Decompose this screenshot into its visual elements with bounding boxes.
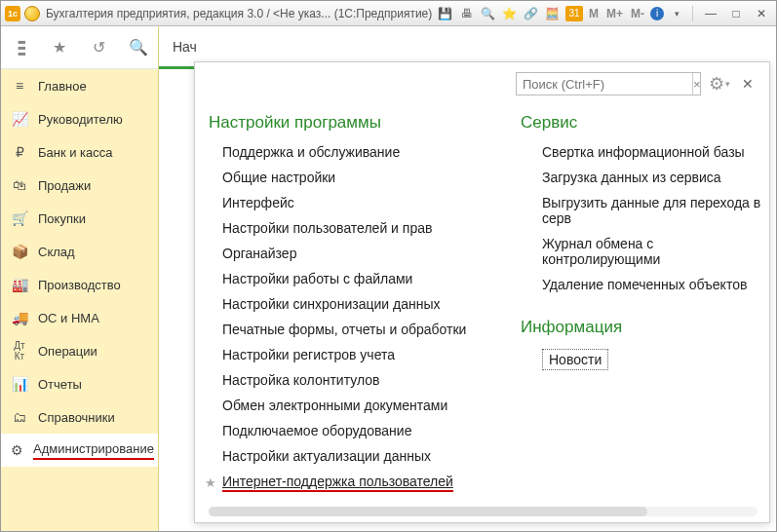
- factory-icon: 🏭: [11, 277, 28, 292]
- info-icon[interactable]: i: [650, 7, 664, 20]
- minimize-button[interactable]: —: [700, 7, 721, 20]
- sidebar-item-label: Справочники: [38, 410, 115, 425]
- menu-icon: ≡: [11, 78, 28, 94]
- preview-icon[interactable]: 🔍: [480, 6, 497, 21]
- section-title-info: Информация: [521, 318, 769, 337]
- sidebar-item-bank[interactable]: ₽ Банк и касса: [1, 135, 158, 169]
- sidebar-item-label: Продажи: [38, 178, 91, 193]
- save-icon[interactable]: 💾: [437, 6, 454, 21]
- sidebar-item-warehouse[interactable]: 📦 Склад: [1, 235, 158, 268]
- link-general[interactable]: Общие настройки: [222, 170, 511, 185]
- panel-header: × ⚙▾ ✕: [195, 62, 769, 105]
- link-internet-support[interactable]: ★ Интернет-поддержка пользователей: [222, 474, 511, 492]
- maximize-button[interactable]: □: [725, 7, 747, 20]
- link-exchange-log[interactable]: Журнал обмена с контролирующими: [542, 236, 769, 267]
- info-dropdown-icon[interactable]: ▾: [668, 6, 685, 21]
- link-files[interactable]: Настройки работы с файлами: [222, 271, 511, 286]
- link-sync[interactable]: Настройки синхронизации данных: [222, 296, 511, 312]
- app-icon: 1c: [5, 6, 20, 21]
- sidebar-item-main[interactable]: ≡ Главное: [1, 69, 158, 102]
- link-support[interactable]: Поддержка и обслуживание: [222, 144, 511, 160]
- sidebar-item-label: Главное: [38, 79, 87, 94]
- sidebar-item-label: Отчеты: [38, 377, 82, 392]
- sidebar-item-sales[interactable]: 🛍 Продажи: [1, 169, 158, 202]
- trend-icon: 📈: [11, 111, 28, 127]
- link-registers[interactable]: Настройки регистров учета: [222, 347, 511, 362]
- bag-icon: 🛍: [11, 177, 28, 193]
- ruble-icon: ₽: [11, 144, 28, 160]
- horizontal-scrollbar[interactable]: [209, 507, 758, 516]
- sidebar-item-reports[interactable]: 📊 Отчеты: [1, 367, 158, 400]
- memory-mplus[interactable]: M+: [604, 7, 625, 20]
- orb-icon[interactable]: [24, 6, 40, 21]
- cart-icon: 🛒: [11, 210, 28, 226]
- link-equipment[interactable]: Подключаемое оборудование: [222, 423, 511, 438]
- print-icon[interactable]: 🖶: [458, 6, 476, 21]
- link-export-data[interactable]: Выгрузить данные для перехода в серв: [542, 195, 769, 226]
- scrollbar-thumb[interactable]: [209, 507, 647, 516]
- panel-close-button[interactable]: ✕: [738, 76, 758, 92]
- window-title: Бухгалтерия предприятия, редакция 3.0 / …: [46, 7, 432, 20]
- sidebar-item-assets[interactable]: 🚚 ОС и НМА: [1, 301, 158, 334]
- section-title-settings: Настройки программы: [209, 113, 511, 133]
- search-clear-button[interactable]: ×: [692, 73, 701, 95]
- sidebar-item-label: Руководителю: [38, 112, 123, 127]
- link-delete-marked[interactable]: Удаление помеченных объектов: [542, 277, 769, 292]
- sidebar-item-operations[interactable]: ДтКт Операции: [1, 334, 158, 367]
- report-icon: 📊: [11, 376, 28, 392]
- tab-label: Нач: [173, 39, 197, 55]
- calendar-icon[interactable]: 31: [565, 6, 583, 21]
- search-box: ×: [516, 72, 701, 95]
- truck-icon: 🚚: [11, 310, 28, 325]
- service-column: Сервис Свертка информационной базы Загру…: [511, 105, 769, 503]
- sidebar-item-catalogs[interactable]: 🗂 Справочники: [1, 400, 158, 434]
- settings-link-list: Поддержка и обслуживание Общие настройки…: [209, 144, 511, 492]
- admin-panel: × ⚙▾ ✕ Настройки программы Поддержка и о…: [194, 61, 770, 523]
- link-svertka[interactable]: Свертка информационной базы: [542, 144, 769, 160]
- panel-body: Настройки программы Поддержка и обслужив…: [195, 105, 769, 503]
- link-icon[interactable]: 🔗: [523, 6, 540, 21]
- sidebar-item-label: Склад: [38, 245, 75, 259]
- sidebar-item-production[interactable]: 🏭 Производство: [1, 268, 158, 301]
- sidebar-item-label: Банк и касса: [38, 145, 113, 160]
- history-icon[interactable]: ↺: [88, 36, 111, 59]
- sidebar-item-label: Администрирование: [33, 441, 154, 460]
- service-link-list: Свертка информационной базы Загрузка дан…: [521, 144, 769, 292]
- search-input[interactable]: [517, 77, 692, 92]
- memory-m[interactable]: M: [587, 7, 601, 20]
- link-load-data[interactable]: Загрузка данных из сервиса: [542, 170, 769, 185]
- titlebar: 1c Бухгалтерия предприятия, редакция 3.0…: [1, 1, 776, 26]
- link-users[interactable]: Настройки пользователей и прав: [222, 220, 511, 236]
- section-title-service: Сервис: [521, 113, 769, 133]
- memory-mminus[interactable]: M-: [629, 7, 646, 20]
- favorite-icon[interactable]: ⭐: [501, 6, 519, 21]
- panel-settings-button[interactable]: ⚙▾: [709, 73, 730, 95]
- gear-icon: ⚙: [11, 442, 23, 458]
- link-news[interactable]: Новости: [542, 349, 769, 370]
- search-icon[interactable]: 🔍: [127, 36, 150, 59]
- apps-grid-icon[interactable]: ▪▪▪▪▪▪▪▪▪: [9, 36, 32, 59]
- link-organizer[interactable]: Органайзер: [222, 246, 511, 261]
- star-icon: ★: [205, 475, 216, 490]
- sidebar-toolbar: ▪▪▪▪▪▪▪▪▪ ★ ↺ 🔍: [1, 26, 158, 69]
- link-print[interactable]: Печатные формы, отчеты и обработки: [222, 322, 511, 337]
- titlebar-toolbar: 💾 🖶 🔍 ⭐ 🔗 🧮 31 M M+ M- i ▾ — □ ✕: [437, 6, 772, 21]
- sidebar-item-manager[interactable]: 📈 Руководителю: [1, 102, 158, 135]
- ops-icon: ДтКт: [11, 340, 28, 361]
- body-area: ▪▪▪▪▪▪▪▪▪ ★ ↺ 🔍 ≡ Главное 📈 Руководителю…: [1, 26, 776, 531]
- sidebar-item-purchases[interactable]: 🛒 Покупки: [1, 202, 158, 235]
- sidebar-item-label: ОС и НМА: [38, 311, 99, 325]
- sidebar-item-label: Операции: [38, 344, 97, 359]
- sidebar-item-admin[interactable]: ⚙ Администрирование: [1, 434, 158, 467]
- sidebar-item-label: Покупки: [38, 211, 86, 226]
- sidebar: ▪▪▪▪▪▪▪▪▪ ★ ↺ 🔍 ≡ Главное 📈 Руководителю…: [1, 26, 159, 531]
- link-edoc[interactable]: Обмен электронными документами: [222, 398, 511, 413]
- info-link-list: Новости: [521, 349, 769, 370]
- link-headers[interactable]: Настройка колонтитулов: [222, 372, 511, 388]
- star-icon[interactable]: ★: [48, 36, 71, 59]
- calc-icon[interactable]: 🧮: [544, 6, 562, 21]
- link-actualize[interactable]: Настройки актуализации данных: [222, 448, 511, 464]
- close-button[interactable]: ✕: [751, 7, 772, 20]
- sidebar-item-label: Производство: [38, 278, 121, 292]
- link-interface[interactable]: Интерфейс: [222, 195, 511, 210]
